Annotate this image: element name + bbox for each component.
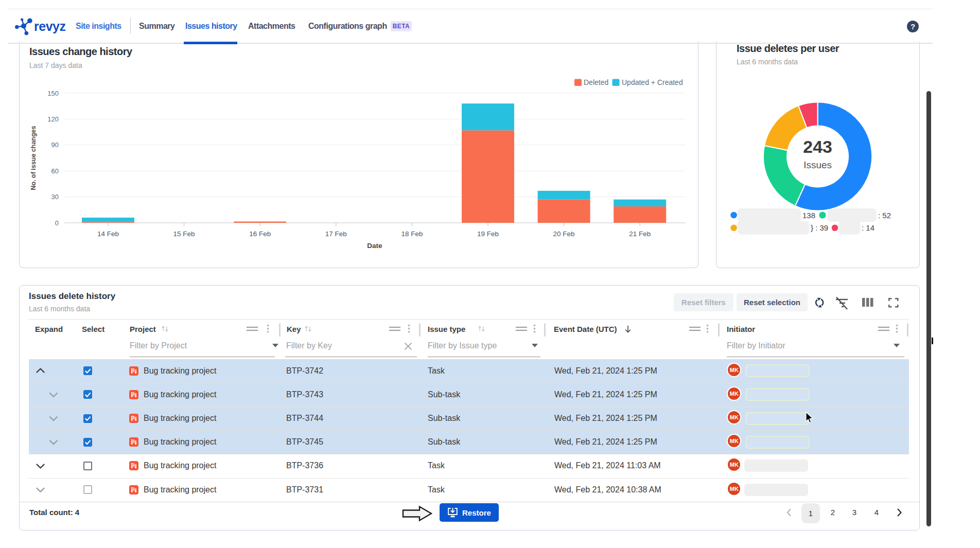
svg-text:14 Feb: 14 Feb (97, 230, 119, 238)
svg-text:90: 90 (51, 141, 59, 149)
svg-text:16 Feb: 16 Feb (249, 230, 271, 238)
svg-text:18 Feb: 18 Feb (401, 230, 423, 238)
svg-text:21 Feb: 21 Feb (629, 230, 651, 238)
svg-text:Updated + Created: Updated + Created (622, 78, 683, 86)
svg-text:: 52: : 52 (878, 211, 891, 220)
svg-text:20 Feb: 20 Feb (553, 230, 575, 238)
svg-text:Date: Date (367, 242, 382, 250)
svg-text:} : 39: } : 39 (811, 223, 828, 232)
svg-text:138: 138 (802, 211, 815, 220)
svg-text:No. of issue changes: No. of issue changes (30, 126, 37, 190)
svg-text:150: 150 (47, 90, 59, 97)
svg-text:243: 243 (803, 137, 832, 156)
svg-text:15 Feb: 15 Feb (173, 230, 195, 238)
svg-text:Issues: Issues (803, 160, 832, 170)
svg-text:60: 60 (51, 167, 59, 175)
svg-text:Deleted: Deleted (584, 78, 608, 86)
svg-text:30: 30 (51, 193, 59, 201)
svg-text:120: 120 (47, 115, 59, 123)
svg-text:19 Feb: 19 Feb (477, 230, 499, 238)
svg-text:0: 0 (55, 219, 59, 227)
svg-text:17 Feb: 17 Feb (325, 230, 347, 238)
svg-text:: 14: : 14 (862, 223, 874, 232)
